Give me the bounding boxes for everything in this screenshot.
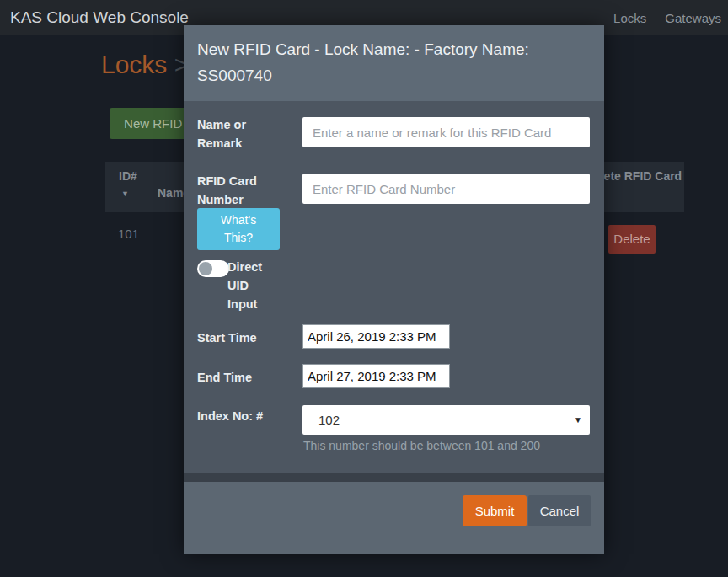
- submit-button[interactable]: Submit: [463, 495, 527, 526]
- index-no-label: Index No: #: [197, 407, 294, 425]
- breadcrumb-current[interactable]: Locks: [101, 51, 167, 78]
- name-remark-input[interactable]: [302, 117, 590, 147]
- table-row-id-value: 101: [118, 227, 139, 241]
- whats-this-button[interactable]: What's This?: [197, 208, 280, 250]
- modal-footer-divider: [184, 473, 604, 482]
- select-caret-icon: ▼: [574, 405, 582, 435]
- app-brand: KAS Cloud Web Console: [0, 8, 189, 27]
- modal-title: New RFID Card - Lock Name: - Factory Nam…: [197, 36, 586, 88]
- start-time-label: Start Time: [197, 329, 294, 347]
- rfid-number-input[interactable]: [302, 174, 590, 204]
- index-no-select[interactable]: 102 ▼: [302, 405, 590, 435]
- direct-uid-toggle[interactable]: [197, 260, 229, 277]
- end-time-label: End Time: [197, 368, 294, 387]
- column-header-id[interactable]: ID#: [119, 169, 137, 183]
- nav-item-gateways[interactable]: Gateways: [665, 11, 721, 25]
- delete-row-button[interactable]: Delete: [608, 225, 656, 254]
- rfid-number-label: RFID Card Number: [197, 172, 294, 209]
- sort-desc-icon[interactable]: ▼: [121, 190, 129, 198]
- end-time-input[interactable]: [302, 364, 450, 388]
- index-no-selected-value: 102: [318, 405, 340, 435]
- new-rfid-card-modal: New RFID Card - Lock Name: - Factory Nam…: [184, 25, 604, 554]
- name-remark-label: Name or Remark: [197, 115, 294, 152]
- nav-item-locks[interactable]: Locks: [613, 11, 646, 25]
- start-time-input[interactable]: [302, 324, 450, 349]
- index-no-help-text: This number should be between 101 and 20…: [303, 439, 540, 452]
- page-title: Locks >: [101, 51, 189, 79]
- toggle-knob-icon: [199, 262, 212, 275]
- direct-uid-label: Direct UID Input: [228, 258, 280, 313]
- cancel-button[interactable]: Cancel: [528, 495, 591, 526]
- navbar-links: Locks Gateways: [613, 11, 728, 25]
